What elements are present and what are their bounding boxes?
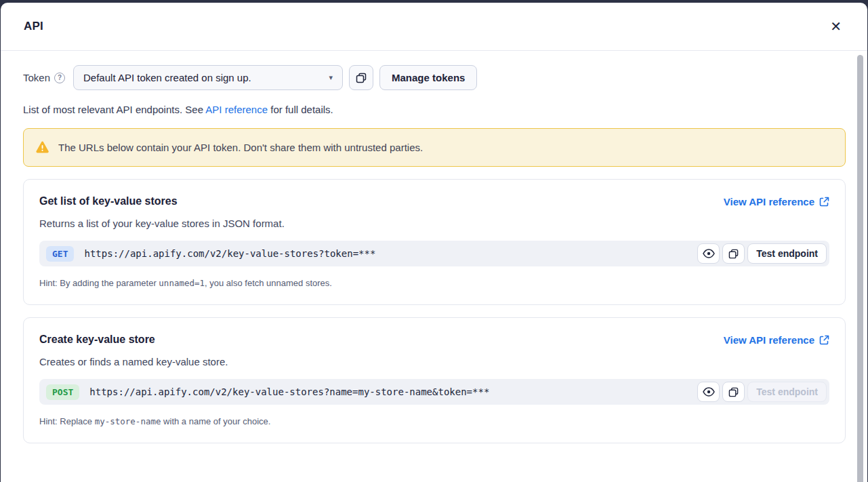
hint-code: my-store-name [95, 416, 161, 426]
copy-icon [728, 249, 739, 259]
intro-text-after: for full details. [268, 104, 333, 115]
hint-code: unnamed=1 [159, 278, 205, 288]
api-modal: API ✕ Token ? Default API token created … [1, 3, 867, 482]
token-row: Token ? Default API token created on sig… [23, 65, 846, 90]
view-api-reference-label: View API reference [724, 196, 814, 207]
reveal-token-button[interactable] [697, 243, 720, 264]
copy-url-button[interactable] [722, 243, 745, 264]
http-method-badge: GET [46, 246, 74, 262]
reveal-token-button[interactable] [697, 382, 720, 402]
url-bar-controls: Test endpoint [697, 382, 827, 402]
card-head: Get list of key-value stores View API re… [39, 195, 829, 207]
scrollbar-thumb[interactable] [857, 55, 863, 482]
token-dropdown[interactable]: Default API token created on sign up. ▾ [73, 65, 343, 90]
page-title: API [24, 20, 43, 33]
view-api-reference-link[interactable]: View API reference [724, 334, 829, 346]
endpoint-url: https://api.apify.com/v2/key-value-store… [84, 248, 375, 259]
copy-icon [728, 387, 739, 397]
endpoint-hint: Hint: By adding the parameter unnamed=1,… [39, 278, 829, 288]
endpoint-url: https://api.apify.com/v2/key-value-store… [89, 386, 489, 397]
eye-icon [703, 387, 715, 397]
url-bar-controls: Test endpoint [697, 243, 827, 264]
warning-banner: The URLs below contain your API token. D… [23, 128, 846, 167]
test-endpoint-button[interactable]: Test endpoint [747, 382, 827, 402]
eye-icon [703, 249, 715, 258]
hint-suffix: with a name of your choice. [161, 416, 271, 426]
api-reference-link[interactable]: API reference [205, 104, 268, 115]
endpoint-card-create-store: Create key-value store View API referenc… [23, 317, 846, 443]
token-label: Token [23, 72, 50, 83]
manage-tokens-button[interactable]: Manage tokens [379, 65, 477, 90]
intro-text: List of most relevant API endpoints. See… [23, 104, 846, 115]
hint-suffix: , you also fetch unnamed stores. [205, 278, 332, 288]
warning-icon [35, 141, 49, 154]
endpoint-hint: Hint: Replace my-store-name with a name … [39, 416, 829, 426]
modal-body: Token ? Default API token created on sig… [1, 51, 867, 443]
hint-prefix: Hint: Replace [39, 416, 95, 426]
copy-icon [356, 73, 367, 83]
close-icon: ✕ [830, 18, 842, 35]
endpoint-url-bar: GET https://api.apify.com/v2/key-value-s… [39, 241, 829, 266]
card-title: Get list of key-value stores [39, 195, 178, 207]
card-title: Create key-value store [39, 334, 155, 346]
test-endpoint-button[interactable]: Test endpoint [747, 243, 827, 264]
copy-url-button[interactable] [722, 382, 745, 402]
warning-text: The URLs below contain your API token. D… [58, 142, 423, 153]
http-method-badge: POST [46, 384, 79, 400]
chevron-down-icon: ▾ [329, 73, 333, 82]
card-description: Returns a list of your key-value stores … [39, 218, 829, 229]
endpoint-url-bar: POST https://api.apify.com/v2/key-value-… [39, 379, 829, 405]
endpoint-card-get-list: Get list of key-value stores View API re… [23, 179, 846, 305]
intro-text-before: List of most relevant API endpoints. See [23, 104, 205, 115]
help-icon[interactable]: ? [54, 73, 65, 83]
view-api-reference-link[interactable]: View API reference [724, 196, 829, 207]
card-description: Creates or finds a named key-value store… [39, 356, 829, 367]
close-button[interactable]: ✕ [827, 17, 844, 36]
copy-token-button[interactable] [349, 65, 373, 90]
hint-prefix: Hint: By adding the parameter [39, 278, 159, 288]
card-head: Create key-value store View API referenc… [39, 334, 829, 346]
external-link-icon [819, 335, 829, 345]
modal-header: API ✕ [1, 3, 867, 51]
view-api-reference-label: View API reference [724, 334, 814, 346]
token-dropdown-value: Default API token created on sign up. [83, 72, 251, 83]
external-link-icon [819, 197, 829, 207]
